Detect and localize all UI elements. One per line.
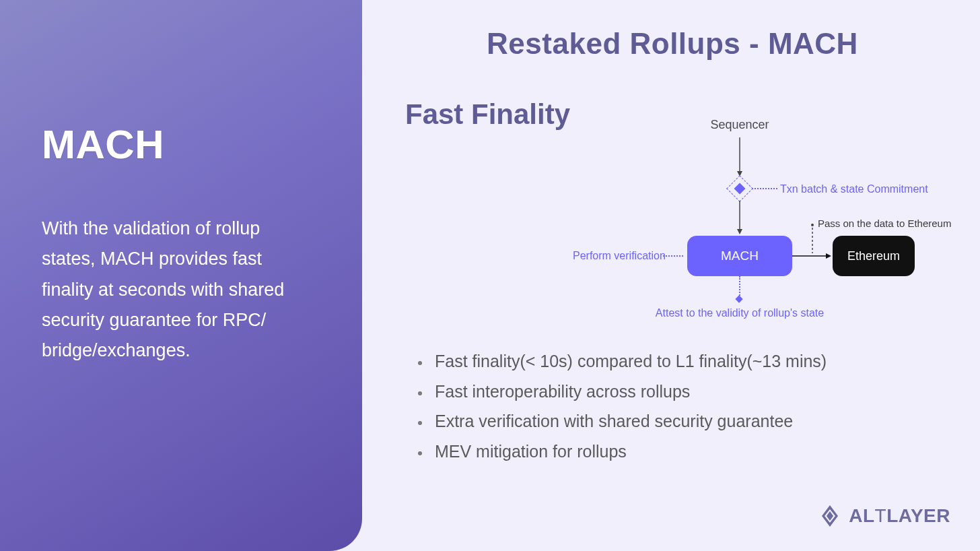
perform-dotted-connector — [663, 255, 683, 257]
txn-batch-label: Txn batch & state Commitment — [780, 183, 928, 195]
arrow-seq-to-batch — [736, 137, 744, 178]
altlayer-logo-icon — [818, 504, 842, 528]
svg-point-7 — [811, 224, 814, 226]
left-description: With the validation of rollup states, MA… — [42, 214, 311, 366]
attest-dotted-connector — [739, 276, 740, 298]
brand-logo: ALTLAYER — [818, 504, 950, 528]
mach-box: MACH — [687, 236, 792, 276]
pass-data-label: Pass on the data to Ethereum — [818, 218, 951, 229]
arrow-batch-to-mach — [736, 201, 744, 236]
attest-label: Attest to the validity of rollup's state — [656, 307, 824, 319]
diagram: Sequencer Txn batch & state Commitment M… — [569, 108, 973, 330]
svg-marker-5 — [826, 253, 831, 259]
batch-diamond-icon — [726, 175, 753, 202]
perform-verification-label: Perform verification — [573, 250, 666, 262]
bullet-item: MEV mitigation for rollups — [431, 436, 932, 467]
main-title: Restaked Rollups - MACH — [405, 27, 940, 61]
ethereum-box: Ethereum — [833, 236, 915, 276]
left-title: MACH — [42, 121, 322, 168]
bullet-item: Extra verification with shared security … — [431, 406, 932, 436]
pass-dotted-line — [810, 224, 815, 253]
attest-diamond-icon — [735, 295, 742, 302]
bullet-item: Fast interoperability across rollups — [431, 377, 932, 407]
sequencer-label: Sequencer — [710, 118, 769, 132]
bullet-item: Fast finality(< 10s) compared to L1 fina… — [431, 346, 932, 377]
bullet-list: Fast finality(< 10s) compared to L1 fina… — [407, 346, 932, 466]
txn-dotted-connector — [752, 188, 777, 189]
left-panel: MACH With the validation of rollup state… — [0, 0, 362, 551]
svg-marker-3 — [737, 229, 742, 234]
brand-name: ALTLAYER — [849, 505, 950, 527]
